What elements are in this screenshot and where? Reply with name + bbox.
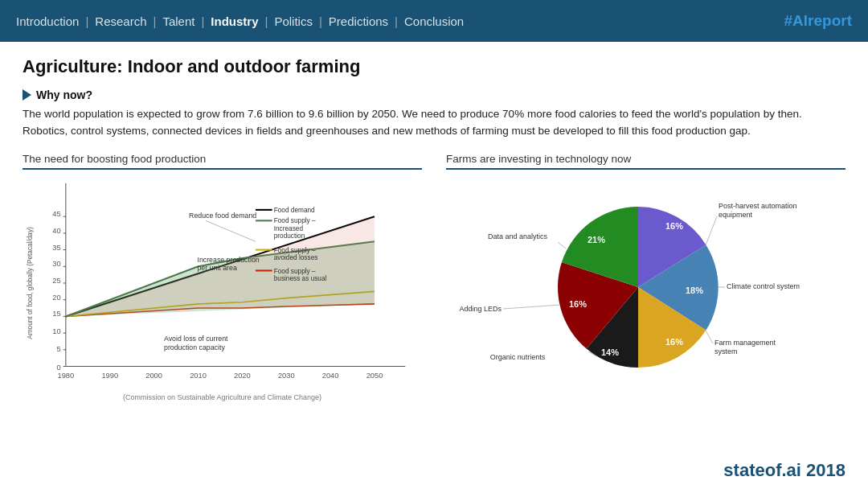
pie-chart-wrap: 16% 18% 16% 14% 16% 21% Post-ha <box>446 175 845 392</box>
svg-text:Farm management: Farm management <box>714 339 776 347</box>
svg-text:Organic nutrients: Organic nutrients <box>489 353 545 361</box>
svg-text:Food supply –: Food supply – <box>274 217 316 224</box>
svg-line-69 <box>503 305 560 309</box>
why-now-label: Why now? <box>23 88 845 101</box>
svg-text:15: 15 <box>52 310 60 318</box>
svg-text:5: 5 <box>56 345 60 353</box>
svg-text:1990: 1990 <box>101 372 118 380</box>
svg-text:35: 35 <box>52 243 60 251</box>
svg-line-60 <box>706 216 717 245</box>
svg-text:21%: 21% <box>587 235 604 244</box>
nav-industry[interactable]: Industry <box>211 14 258 28</box>
svg-text:14%: 14% <box>600 347 618 357</box>
svg-text:45: 45 <box>52 210 60 218</box>
nav-politics[interactable]: Politics <box>274 14 313 28</box>
svg-text:25: 25 <box>52 277 60 285</box>
nav-research[interactable]: Research <box>95 14 146 28</box>
svg-line-65 <box>706 331 713 343</box>
why-now-block: Why now? The world population is expecte… <box>23 88 845 140</box>
charts-row: The need for boosting food production 0 … <box>23 153 845 401</box>
right-chart-col: Farms are investing in technology now <box>446 153 845 401</box>
svg-text:1980: 1980 <box>57 372 74 380</box>
main-content: Agriculture: Indoor and outdoor farming … <box>0 42 868 409</box>
svg-line-35 <box>206 220 256 241</box>
svg-text:2030: 2030 <box>278 372 295 380</box>
why-now-text: The world population is expected to grow… <box>23 106 842 140</box>
svg-text:Increase production: Increase production <box>197 256 259 264</box>
top-nav: Introduction | Research | Talent | Indus… <box>0 0 868 42</box>
svg-text:2040: 2040 <box>322 372 339 380</box>
svg-text:10: 10 <box>52 327 60 335</box>
svg-text:per unit area: per unit area <box>197 264 236 272</box>
svg-text:Food supply –: Food supply – <box>274 267 316 274</box>
svg-text:0: 0 <box>56 364 60 372</box>
nav-talent[interactable]: Talent <box>162 14 194 28</box>
nav-introduction[interactable]: Introduction <box>16 14 79 28</box>
footer-brand: stateof.ai 2018 <box>723 460 845 481</box>
svg-text:production capacity: production capacity <box>164 343 225 351</box>
svg-text:system: system <box>714 347 738 355</box>
svg-text:Climate control system: Climate control system <box>727 282 800 290</box>
left-chart-col: The need for boosting food production 0 … <box>23 153 422 401</box>
svg-text:2000: 2000 <box>145 372 162 380</box>
svg-text:Amount of food, globally (Peta: Amount of food, globally (Petacal/day) <box>27 227 34 339</box>
svg-text:20: 20 <box>52 294 60 302</box>
svg-text:Food supply –: Food supply – <box>274 247 316 254</box>
svg-text:16%: 16% <box>665 337 682 347</box>
svg-text:production: production <box>274 232 305 240</box>
line-chart-wrap: 0 5 10 15 20 25 30 35 40 <box>23 175 422 392</box>
svg-text:Increased: Increased <box>274 225 304 232</box>
svg-text:30: 30 <box>52 260 60 268</box>
svg-text:Data and analytics: Data and analytics <box>487 232 547 240</box>
svg-text:2020: 2020 <box>234 372 251 380</box>
left-chart-title: The need for boosting food production <box>23 153 422 170</box>
svg-text:2010: 2010 <box>190 372 207 380</box>
triangle-icon <box>23 89 31 101</box>
svg-text:18%: 18% <box>685 286 702 295</box>
svg-text:Adding LEDs: Adding LEDs <box>459 305 502 313</box>
svg-text:Post-harvest automation: Post-harvest automation <box>719 202 797 210</box>
svg-text:equipment: equipment <box>719 211 753 219</box>
hashtag-label: #AIreport <box>784 12 852 30</box>
svg-text:Reduce food demand: Reduce food demand <box>189 212 256 220</box>
nav-conclusion[interactable]: Conclusion <box>404 14 464 28</box>
left-chart-source: (Commission on Sustainable Agriculture a… <box>23 393 422 401</box>
page-title: Agriculture: Indoor and outdoor farming <box>23 56 845 77</box>
svg-text:Avoid loss of current: Avoid loss of current <box>164 335 228 343</box>
nav-predictions[interactable]: Predictions <box>329 14 388 28</box>
svg-text:Food demand: Food demand <box>274 207 315 214</box>
svg-text:2050: 2050 <box>366 372 383 380</box>
svg-text:40: 40 <box>52 227 60 235</box>
right-chart-title: Farms are investing in technology now <box>446 153 845 170</box>
svg-text:business as usual: business as usual <box>274 275 327 282</box>
nav-links: Introduction | Research | Talent | Indus… <box>16 14 464 28</box>
svg-text:16%: 16% <box>665 221 682 231</box>
svg-line-71 <box>558 242 566 249</box>
svg-text:16%: 16% <box>568 299 586 309</box>
svg-text:avoided losses: avoided losses <box>274 254 318 261</box>
